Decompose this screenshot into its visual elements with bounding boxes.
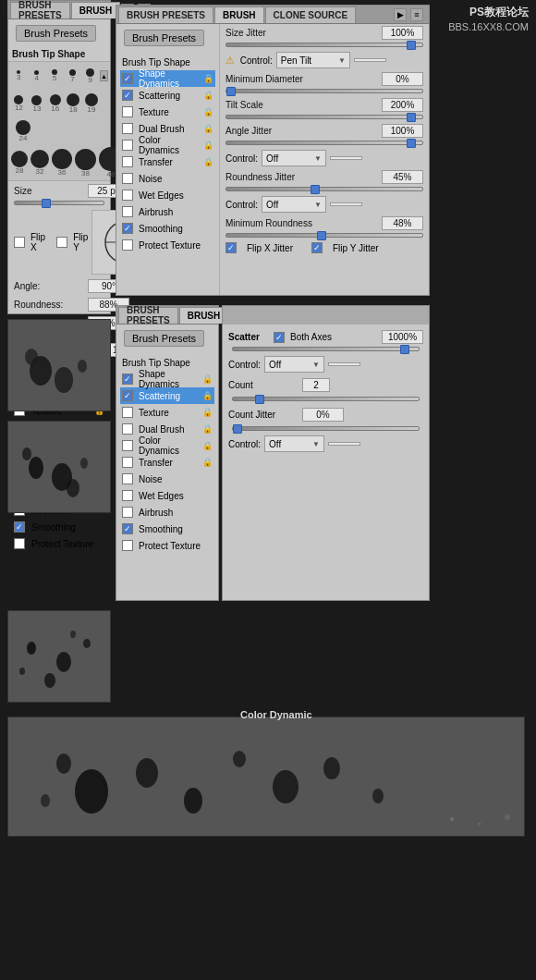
list2-noise-cb[interactable] — [122, 173, 133, 184]
forward-icon-2[interactable]: ▶ — [394, 8, 407, 21]
list3-color-cb[interactable] — [122, 440, 133, 451]
tab-brush-2[interactable]: BRUSH — [214, 6, 264, 23]
list2-protect-cb[interactable] — [122, 239, 133, 251]
flip-y-jitter-checkbox[interactable] — [311, 242, 323, 253]
brush-cell-36[interactable]: 36 — [51, 148, 73, 178]
size-jitter-slider[interactable] — [225, 43, 423, 47]
min-diameter-value[interactable]: 0% — [382, 72, 423, 86]
list3-texture-cb[interactable] — [122, 407, 133, 418]
list2-air-cb[interactable] — [122, 206, 133, 217]
angle-jitter-thumb[interactable] — [407, 139, 416, 148]
list3-airbrush[interactable]: Airbrush — [120, 504, 214, 521]
list3-air-cb[interactable] — [122, 507, 133, 518]
list3-noise[interactable]: Noise — [120, 471, 214, 487]
list3-texture[interactable]: Texture 🔒 — [120, 404, 214, 421]
tilt-scale-value[interactable]: 200% — [382, 98, 423, 112]
list3-protect-texture[interactable]: Protect Texture — [120, 537, 214, 554]
list3-transfer-cb[interactable] — [122, 457, 133, 468]
list3-protect-cb[interactable] — [122, 540, 133, 551]
count-slider-thumb[interactable] — [255, 395, 264, 404]
angle-jitter-slider[interactable] — [225, 141, 423, 145]
list2-transfer[interactable]: Transfer 🔒 — [120, 153, 215, 170]
tab-clone-source-2[interactable]: CLONE SOURCE — [265, 6, 357, 23]
control-dropdown-1[interactable]: Pen Tilt ▼ — [276, 52, 350, 68]
scatter-control-value[interactable] — [328, 362, 360, 366]
flip-y-checkbox-container[interactable]: Flip Y — [56, 232, 88, 252]
list2-transfer-cb[interactable] — [122, 156, 133, 167]
control-value-1[interactable] — [354, 58, 386, 62]
tab-brush-presets-1[interactable]: BRUSH PRESETS — [10, 2, 70, 18]
list2-noise[interactable]: Noise — [120, 170, 215, 187]
size-slider-thumb[interactable] — [42, 199, 51, 208]
list2-smooth-cb[interactable] — [122, 223, 133, 234]
list2-wet-edges[interactable]: Wet Edges — [120, 187, 215, 203]
count-jitter-thumb[interactable] — [233, 424, 242, 434]
flip-x-checkbox[interactable] — [14, 237, 25, 248]
list2-scattering[interactable]: Scattering 🔒 — [120, 87, 215, 104]
list2-airbrush[interactable]: Airbrush — [120, 203, 215, 220]
scatter-slider[interactable] — [232, 347, 420, 351]
min-roundness-slider[interactable] — [225, 233, 423, 238]
list2-color-dyn[interactable]: Color Dynamics 🔒 — [120, 137, 215, 153]
list2-protect-texture[interactable]: Protect Texture — [120, 237, 215, 253]
min-diameter-slider[interactable] — [225, 89, 423, 93]
list3-noise-cb[interactable] — [122, 473, 133, 484]
both-axes-checkbox[interactable] — [274, 332, 285, 343]
list2-wet-cb[interactable] — [122, 190, 133, 201]
count-value[interactable]: 2 — [302, 378, 330, 392]
flip-x-checkbox-container[interactable]: Flip X — [14, 232, 45, 252]
roundness-jitter-slider[interactable] — [225, 187, 423, 191]
list-item-smoothing[interactable]: Smoothing — [12, 519, 106, 535]
control-value-2[interactable] — [330, 156, 362, 160]
control-value-3[interactable] — [330, 202, 362, 206]
angle-jitter-value[interactable]: 100% — [382, 124, 423, 138]
list2-color-cb[interactable] — [122, 140, 133, 151]
flip-y-checkbox[interactable] — [56, 237, 67, 248]
brush-cell-32[interactable]: 32 — [30, 149, 50, 177]
list3-scatter-cb[interactable] — [122, 390, 133, 401]
size-slider[interactable] — [14, 201, 104, 205]
list3-scattering[interactable]: Scattering 🔒 — [120, 387, 214, 404]
control-dropdown-3[interactable]: Off ▼ — [262, 196, 326, 213]
scatter-value[interactable]: 1000% — [382, 330, 423, 344]
min-diameter-thumb[interactable] — [226, 87, 236, 96]
brush-cell-13[interactable]: 13 — [29, 91, 46, 116]
tab-brush-1[interactable]: BRUSH — [71, 2, 121, 18]
brush-presets-button-2[interactable]: Brush Presets — [124, 30, 204, 46]
list3-color-dyn[interactable]: Color Dynamics 🔒 — [120, 437, 214, 454]
brush-cell-24[interactable]: 24 — [10, 118, 36, 144]
size-jitter-value[interactable]: 100% — [382, 26, 423, 40]
list2-shape-dyn-cb[interactable] — [122, 73, 133, 84]
list2-texture[interactable]: Texture 🔒 — [120, 104, 215, 120]
list2-dual-cb[interactable] — [122, 123, 133, 134]
list2-shape-dynamics[interactable]: Shape Dynamics 🔒 — [120, 70, 215, 87]
tilt-scale-thumb[interactable] — [407, 113, 416, 122]
control-dropdown-2[interactable]: Off ▼ — [262, 150, 326, 166]
brush-cell-3[interactable]: 3 — [10, 63, 27, 89]
brush-cell-18[interactable]: 18 — [65, 91, 82, 116]
brush-cell-12[interactable]: 12 — [10, 91, 28, 116]
brush-cell-9[interactable]: 9 — [82, 63, 99, 89]
list3-shape-dyn-cb[interactable] — [122, 374, 133, 385]
brush-cell-28[interactable]: 28 — [10, 150, 29, 176]
list2-texture-cb[interactable] — [122, 106, 133, 117]
brush-presets-button[interactable]: Brush Presets — [16, 25, 96, 42]
count-jitter-control-value[interactable] — [328, 442, 360, 446]
roundness-jitter-thumb[interactable] — [311, 185, 320, 194]
count-jitter-control-dropdown[interactable]: Off ▼ — [264, 435, 324, 452]
list3-shape-dyn[interactable]: Shape Dynamics 🔒 — [120, 371, 214, 387]
count-jitter-slider[interactable] — [232, 426, 420, 431]
list3-wet-edges[interactable]: Wet Edges — [120, 487, 214, 504]
list3-wet-cb[interactable] — [122, 490, 133, 501]
smoothing-checkbox[interactable] — [14, 521, 25, 533]
count-slider[interactable] — [232, 397, 420, 401]
brush-cell-4[interactable]: 4 — [28, 63, 44, 89]
min-roundness-value[interactable]: 48% — [382, 216, 423, 230]
brush-presets-button-3[interactable]: Brush Presets — [124, 330, 204, 347]
menu-icon-2[interactable]: ≡ — [410, 8, 423, 21]
list3-dual-cb[interactable] — [122, 423, 133, 435]
roundness-jitter-value[interactable]: 45% — [382, 170, 423, 184]
brush-cell-7[interactable]: 7 — [64, 63, 80, 89]
tab-brush-presets-2[interactable]: BRUSH PRESETS — [118, 6, 213, 23]
size-jitter-thumb[interactable] — [407, 41, 416, 50]
